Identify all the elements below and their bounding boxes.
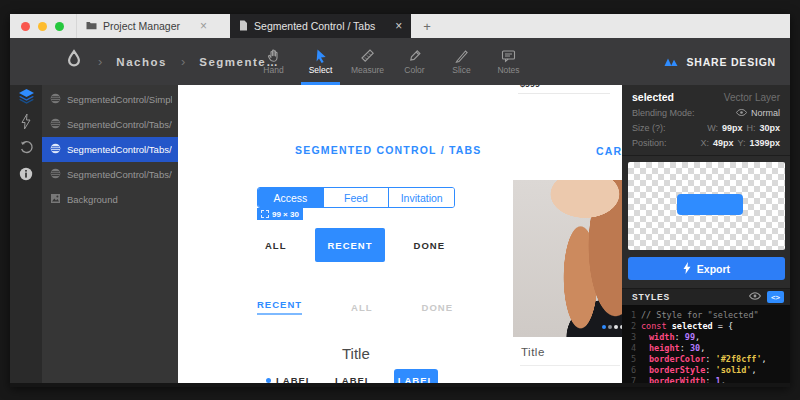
quick-action-button[interactable]	[16, 115, 36, 132]
size-width-value: 99px	[722, 123, 743, 133]
tool-hand[interactable]: Hand	[250, 38, 297, 85]
tab-label: Segmented Control / Tabs	[254, 20, 375, 32]
label-tab-2[interactable]: LABEL	[335, 375, 372, 383]
layers-panel-button[interactable]	[16, 89, 36, 106]
tool-select[interactable]: Select	[297, 38, 344, 85]
styles-code-editor[interactable]: 1// Style for "selected" 2const selected…	[622, 306, 790, 383]
carousel-photo[interactable]	[513, 180, 622, 337]
breadcrumb-project[interactable]: Nachos	[116, 56, 167, 68]
segmented-control: Access Feed Invitation	[257, 187, 455, 208]
knife-icon	[455, 49, 469, 63]
code-view-toggle[interactable]: <>	[767, 291, 784, 303]
left-nav-strip	[10, 85, 42, 383]
history-icon	[19, 140, 34, 159]
layer-row-tab2-selected[interactable]: SegmentedControl/Tabs/Tab2	[42, 137, 178, 162]
layer-list: SegmentedControl/Simple SegmentedControl…	[42, 85, 178, 383]
segment-feed[interactable]: Feed	[323, 188, 389, 207]
share-design-label: SHARE DESIGN	[686, 56, 776, 68]
toolbar: › Nachos › Segmente… Hand Select	[10, 38, 790, 85]
blending-mode-label: Blending Mode:	[632, 108, 695, 118]
tool-slice[interactable]: Slice	[438, 38, 485, 85]
hand-icon	[266, 48, 281, 63]
selection-bounds-icon	[261, 210, 269, 218]
styles-title: STYLES	[632, 292, 749, 302]
file-icon	[239, 20, 248, 33]
position-label: Position:	[632, 138, 667, 148]
tab-project-manager[interactable]: Project Manager ×	[76, 14, 216, 38]
layer-type: Vector Layer	[724, 92, 780, 103]
info-icon	[19, 167, 33, 185]
image-icon	[50, 193, 61, 206]
history-button[interactable]	[16, 141, 36, 158]
export-button[interactable]: Export	[628, 257, 785, 280]
tool-color[interactable]: Color	[391, 38, 438, 85]
canvas-carousel-heading: CAROUSEL	[596, 145, 622, 157]
tool-label: Color	[404, 65, 424, 75]
layer-stack-icon	[50, 118, 61, 131]
layer-preview-shape	[677, 194, 743, 215]
divider	[518, 93, 610, 94]
carousel-dots[interactable]	[602, 325, 622, 329]
close-tab-icon[interactable]: ×	[395, 19, 402, 33]
design-canvas[interactable]: $999 SEGMENTED CONTROL / TABS CAROUSEL A…	[178, 85, 622, 383]
tab-all[interactable]: ALL	[257, 240, 294, 251]
segment-invitation[interactable]: Invitation	[388, 188, 454, 207]
share-users-icon	[663, 53, 679, 71]
tool-label: Notes	[497, 65, 519, 75]
close-window-button[interactable]	[21, 22, 30, 31]
ruler-icon	[360, 48, 375, 63]
cursor-icon	[314, 48, 328, 63]
size-height-value: 30px	[759, 123, 780, 133]
tool-label: Select	[309, 65, 333, 75]
blending-mode-value[interactable]: Normal	[751, 108, 780, 118]
app-logo-icon[interactable]	[64, 48, 84, 76]
breadcrumb: › Nachos › Segmente…	[10, 48, 279, 76]
layer-stack-icon	[50, 93, 61, 106]
tab-recent-active[interactable]: RECENT	[315, 228, 385, 262]
minimize-window-button[interactable]	[38, 22, 47, 31]
layer-row-tab1[interactable]: SegmentedControl/Tabs/Tab1	[42, 112, 178, 137]
layer-row-simple[interactable]: SegmentedControl/Simple	[42, 87, 178, 112]
layer-stack-icon	[50, 143, 61, 156]
share-design-button[interactable]: SHARE DESIGN	[663, 38, 776, 85]
styles-panel-header: STYLES <>	[622, 288, 790, 306]
tool-notes[interactable]: Notes	[485, 38, 532, 85]
close-tab-icon[interactable]: ×	[200, 19, 207, 33]
layer-info: selected Vector Layer Blending Mode: Nor…	[622, 85, 790, 156]
text-tab-all[interactable]: ALL	[351, 302, 372, 313]
text-tab-recent-active[interactable]: RECENT	[257, 299, 302, 315]
eye-icon[interactable]	[736, 108, 747, 118]
tab-done[interactable]: DONE	[406, 240, 453, 251]
maximize-window-button[interactable]	[55, 22, 64, 31]
inspector-panel: selected Vector Layer Blending Mode: Nor…	[622, 85, 790, 383]
eye-icon[interactable]	[749, 292, 761, 302]
folder-icon	[86, 20, 97, 32]
layers-icon	[18, 88, 35, 108]
canvas-price-text: $999	[520, 85, 540, 89]
chevron-right-icon: ›	[98, 54, 102, 69]
tab-bar: Project Manager × Segmented Control / Ta…	[10, 14, 790, 38]
tab-label: Project Manager	[103, 20, 180, 32]
chevron-right-icon: ›	[181, 54, 185, 69]
tab-segmented-control[interactable]: Segmented Control / Tabs ×	[230, 14, 411, 38]
text-tab-done[interactable]: DONE	[422, 302, 453, 313]
canvas-section-heading: SEGMENTED CONTROL / TABS	[295, 144, 482, 156]
label-tab-1[interactable]: LABEL	[266, 375, 313, 383]
button-tabs: ALL RECENT DONE	[257, 228, 453, 262]
tool-label: Slice	[452, 65, 470, 75]
window-controls	[10, 14, 76, 38]
layer-stack-icon	[50, 168, 61, 181]
label-tab-3-active[interactable]: LABEL	[394, 369, 438, 383]
new-tab-button[interactable]: +	[411, 14, 443, 38]
layer-row-tab3[interactable]: SegmentedControl/Tabs/Tab3	[42, 162, 178, 187]
canvas-title-text: Title	[342, 345, 370, 362]
app-window: Project Manager × Segmented Control / Ta…	[10, 14, 790, 387]
layer-row-background[interactable]: Background	[42, 187, 178, 212]
position-y-value: 1399px	[749, 138, 780, 148]
tool-group: Hand Select Measure Color	[250, 38, 532, 85]
comment-icon	[501, 49, 516, 63]
segment-access[interactable]: Access	[258, 188, 323, 207]
tool-measure[interactable]: Measure	[344, 38, 391, 85]
info-button[interactable]	[16, 167, 36, 184]
tool-label: Hand	[263, 65, 283, 75]
